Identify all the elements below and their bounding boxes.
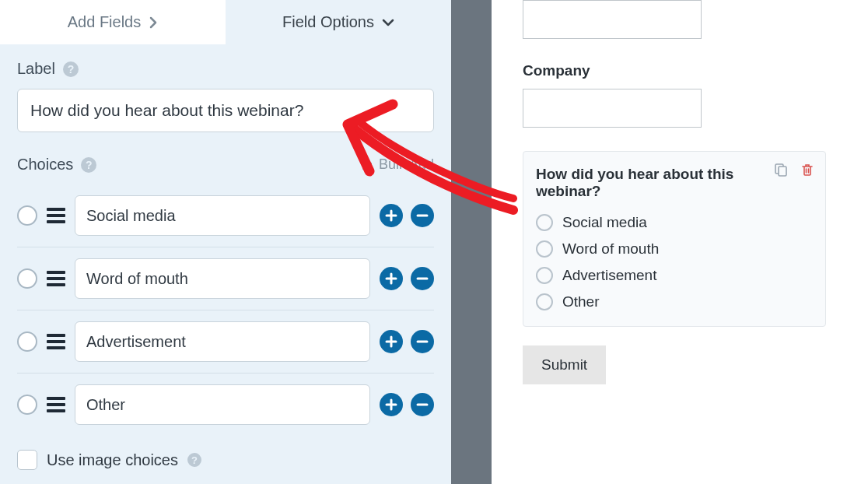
add-choice-button[interactable] (380, 330, 403, 353)
default-radio[interactable] (17, 331, 37, 352)
choice-rows (0, 184, 451, 436)
radio-icon (536, 293, 553, 310)
default-radio[interactable] (17, 395, 37, 415)
image-choices-row: Use image choices ? (0, 436, 451, 484)
choice-row (17, 184, 434, 247)
help-icon[interactable]: ? (187, 453, 201, 467)
plus-icon (385, 209, 397, 222)
remove-choice-button[interactable] (411, 393, 434, 416)
radio-icon (536, 214, 553, 231)
duplicate-field-button[interactable] (771, 160, 791, 180)
preview-option[interactable]: Other (536, 293, 813, 310)
preview-input-prior[interactable] (523, 0, 702, 39)
add-choice-button[interactable] (380, 393, 403, 416)
section-title: Choices (17, 156, 73, 174)
drag-handle-icon[interactable] (47, 271, 65, 286)
choice-input[interactable] (75, 195, 370, 236)
chevron-right-icon (149, 16, 158, 29)
choice-row (17, 310, 434, 374)
default-radio[interactable] (17, 268, 37, 289)
section-title: Label (17, 60, 55, 78)
option-label: Social media (562, 214, 647, 231)
minus-icon (416, 335, 429, 348)
choices-section: Choices ? Bulk Add (0, 140, 451, 184)
option-label: Advertisement (562, 267, 656, 284)
choice-input[interactable] (75, 321, 370, 362)
drag-handle-icon[interactable] (47, 208, 65, 223)
plus-icon (385, 398, 397, 411)
tab-label: Field Options (282, 13, 374, 31)
minus-icon (416, 272, 429, 285)
drag-handle-icon[interactable] (47, 334, 65, 349)
help-icon[interactable]: ? (63, 61, 79, 77)
minus-icon (416, 398, 429, 411)
remove-choice-button[interactable] (411, 267, 434, 290)
chevron-down-icon (382, 18, 394, 27)
trash-icon (800, 162, 815, 177)
preview-option[interactable]: Advertisement (536, 267, 813, 284)
drag-handle-icon[interactable] (47, 397, 65, 412)
field-label-input[interactable] (17, 89, 434, 132)
remove-choice-button[interactable] (411, 204, 434, 227)
add-choice-button[interactable] (380, 204, 403, 227)
choice-input[interactable] (75, 258, 370, 299)
duplicate-icon (773, 162, 789, 177)
preview-option[interactable]: Social media (536, 214, 813, 231)
use-image-choices-label: Use image choices (47, 451, 178, 469)
add-choice-button[interactable] (380, 267, 403, 290)
tab-field-options[interactable]: Field Options (226, 0, 451, 44)
card-actions (771, 160, 817, 180)
radio-icon (536, 240, 553, 258)
field-options-panel: Add Fields Field Options Label ? Choices (0, 0, 451, 484)
choice-input[interactable] (75, 384, 370, 425)
svg-rect-1 (779, 167, 786, 176)
delete-field-button[interactable] (797, 160, 817, 180)
submit-button[interactable]: Submit (523, 345, 606, 384)
bulk-add-label: Bulk Add (379, 156, 434, 173)
download-icon (362, 159, 374, 171)
remove-choice-button[interactable] (411, 330, 434, 353)
option-label: Word of mouth (562, 240, 659, 258)
tab-label: Add Fields (68, 13, 142, 31)
question-field-card[interactable]: How did you hear about this webinar? Soc… (523, 151, 826, 327)
question-options: Social media Word of mouth Advertisement… (536, 214, 813, 310)
minus-icon (416, 209, 429, 222)
choice-row (17, 247, 434, 310)
default-radio[interactable] (17, 205, 37, 226)
tab-add-fields[interactable]: Add Fields (0, 0, 226, 44)
option-label: Other (562, 293, 600, 310)
choice-row (17, 374, 434, 436)
help-icon[interactable]: ? (81, 157, 96, 173)
label-section: Label ? (0, 44, 451, 140)
panel-divider (451, 0, 492, 484)
company-label: Company (523, 62, 826, 79)
panel-tabs: Add Fields Field Options (0, 0, 451, 44)
bulk-add-button[interactable]: Bulk Add (362, 156, 434, 173)
plus-icon (385, 335, 397, 348)
company-input[interactable] (523, 89, 702, 128)
preview-option[interactable]: Word of mouth (536, 240, 813, 258)
use-image-choices-checkbox[interactable] (17, 450, 37, 470)
plus-icon (385, 272, 397, 285)
radio-icon (536, 267, 553, 284)
form-preview: Company How did you hear about this webi… (492, 0, 868, 484)
